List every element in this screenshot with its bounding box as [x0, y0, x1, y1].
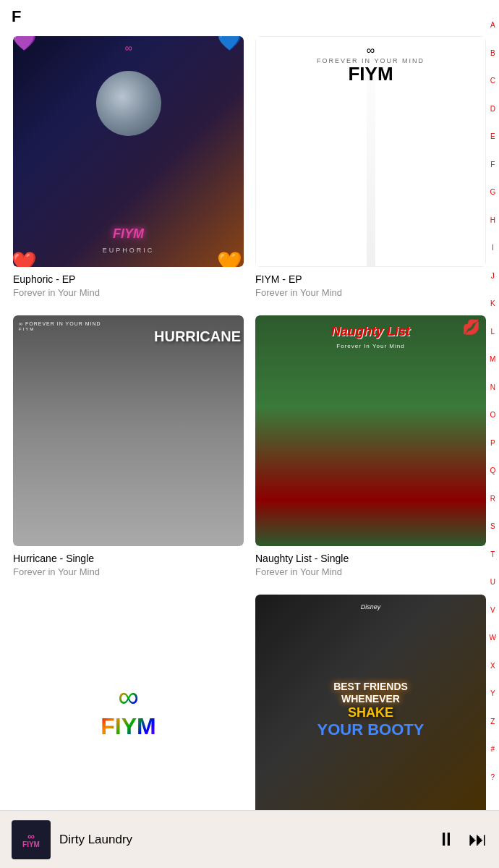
album-artist: Forever in Your Mind — [255, 566, 486, 579]
alpha-B[interactable]: B — [490, 50, 495, 57]
album-cell[interactable]: ∞ FOREVER IN YOUR MIND FIYM FIYM - EP Fo… — [250, 30, 492, 310]
skip-button[interactable]: ⏭ — [469, 828, 487, 851]
alpha-V[interactable]: V — [490, 607, 495, 614]
alpha-question[interactable]: ? — [490, 774, 495, 781]
album-grid: 💜 💙 ❤️ 🧡 ∞ FIYM EUPHORIC Euphoric - EP F… — [0, 30, 499, 868]
album-artist: Forever in Your Mind — [255, 287, 486, 299]
alpha-O[interactable]: O — [490, 412, 495, 419]
alpha-hash[interactable]: # — [490, 746, 495, 753]
heart-bottom-right: 🧡 — [217, 252, 242, 267]
alpha-L[interactable]: L — [490, 328, 495, 336]
album-art-bfw[interactable]: Disney BEST FRIENDSWHENEVER SHAKE YOUR B… — [255, 595, 486, 825]
album-title: Euphoric - EP — [13, 273, 244, 286]
alpha-K[interactable]: K — [490, 300, 495, 307]
album-cell[interactable]: Naughty List Forever In Your Mind 💋 Naug… — [250, 310, 492, 589]
pause-button[interactable]: ⏸ — [437, 828, 456, 851]
now-playing-thumbnail[interactable]: ∞ FIYM — [12, 820, 51, 859]
alpha-S[interactable]: S — [490, 523, 495, 530]
album-art-fiym-rainbow[interactable]: ∞ FIYM — [13, 595, 244, 825]
now-playing-bar[interactable]: ∞ FIYM Dirty Laundry ⏸ ⏭ — [0, 810, 499, 868]
alpha-I[interactable]: I — [492, 244, 494, 252]
alpha-G[interactable]: G — [490, 189, 495, 196]
alpha-U[interactable]: U — [490, 579, 495, 586]
section-letter: F — [0, 0, 499, 30]
alpha-A[interactable]: A — [490, 22, 495, 29]
album-cell[interactable]: 💜 💙 ❤️ 🧡 ∞ FIYM EUPHORIC Euphoric - EP F… — [7, 30, 250, 310]
alpha-Q[interactable]: Q — [490, 467, 495, 475]
heart-top-left: 💜 — [13, 36, 37, 51]
alpha-X[interactable]: X — [490, 663, 495, 670]
album-title: FIYM - EP — [255, 273, 486, 286]
alpha-C[interactable]: C — [490, 77, 495, 85]
alpha-F[interactable]: F — [490, 161, 495, 169]
album-art-naughty[interactable]: Naughty List Forever In Your Mind 💋 — [255, 315, 486, 546]
album-title: Naughty List - Single — [255, 552, 486, 565]
alpha-W[interactable]: W — [490, 634, 496, 642]
alpha-Z[interactable]: Z — [490, 718, 495, 726]
alphabet-sidebar: A B C D E F G H I J K L M N O P Q R S T … — [490, 22, 496, 781]
album-art-hurricane[interactable]: ∞ FOREVER IN YOUR MINDFIYM HURRICANE — [13, 315, 244, 546]
alpha-J[interactable]: J — [491, 273, 495, 280]
album-art-fiym[interactable]: ∞ FOREVER IN YOUR MIND FIYM — [255, 36, 486, 267]
playback-controls: ⏸ ⏭ — [437, 828, 487, 851]
album-artist: Forever in Your Mind — [13, 287, 244, 299]
alpha-Y[interactable]: Y — [490, 690, 495, 697]
album-title: Hurricane - Single — [13, 552, 244, 565]
alpha-E[interactable]: E — [490, 133, 495, 140]
alpha-N[interactable]: N — [490, 384, 495, 391]
alpha-T[interactable]: T — [490, 551, 495, 558]
alpha-P[interactable]: P — [490, 440, 495, 447]
alpha-M[interactable]: M — [490, 356, 495, 363]
alpha-R[interactable]: R — [490, 495, 495, 503]
heart-top-right: 💙 — [217, 36, 242, 51]
album-artist: Forever in Your Mind — [13, 566, 244, 579]
heart-bottom-left: ❤️ — [13, 252, 37, 267]
album-cell[interactable]: ∞ FOREVER IN YOUR MINDFIYM HURRICANE Hur… — [7, 310, 250, 589]
now-playing-title: Dirty Laundry — [59, 833, 437, 847]
album-art-euphoric[interactable]: 💜 💙 ❤️ 🧡 ∞ FIYM EUPHORIC — [13, 36, 244, 267]
alpha-D[interactable]: D — [490, 106, 495, 113]
alpha-H[interactable]: H — [490, 217, 495, 224]
